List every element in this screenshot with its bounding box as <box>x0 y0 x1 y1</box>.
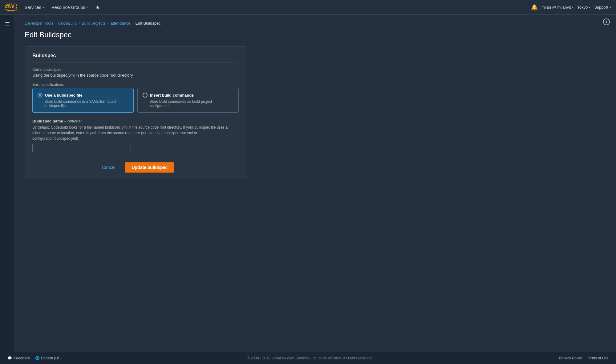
breadcrumb-current: Edit Buildspec <box>135 21 160 26</box>
user-label: milan @ milanvit <box>541 5 571 10</box>
breadcrumb-developer-tools[interactable]: Developer Tools <box>25 21 53 26</box>
services-chevron: ▾ <box>43 6 44 9</box>
current-buildspec-label: Current buildspec <box>32 67 239 72</box>
update-buildspec-button[interactable]: Update buildspec <box>125 162 174 173</box>
buildspec-name-input[interactable] <box>32 144 131 152</box>
user-chevron: ▾ <box>572 6 573 9</box>
region-label: Tokyo <box>577 5 588 10</box>
resource-groups-chevron: ▾ <box>86 6 88 9</box>
breadcrumb-codebuild[interactable]: CodeBuild <box>58 21 77 26</box>
favorites-star[interactable]: ★ <box>93 3 103 12</box>
breadcrumb-sep-4: › <box>132 21 133 26</box>
resource-groups-label: Resource Groups <box>51 5 85 10</box>
breadcrumb: Developer Tools › CodeBuild › Build proj… <box>25 21 606 26</box>
aws-logo[interactable] <box>5 3 17 12</box>
buildspec-name-section: Buildspec name – optional By default, Co… <box>32 119 239 152</box>
breadcrumb-sep-1: › <box>55 21 56 26</box>
main-layout: ☰ Developer Tools › CodeBuild › Build pr… <box>0 15 616 352</box>
language-label: English (US) <box>41 356 62 360</box>
breadcrumb-build-projects[interactable]: Build projects <box>82 21 106 26</box>
buildspec-name-optional: – optional <box>64 119 81 123</box>
form-card-title: Buildspec <box>32 53 239 62</box>
build-specifications-label: Build specifications <box>32 82 239 87</box>
breadcrumb-sep-3: › <box>107 21 109 26</box>
top-navigation: Services ▾ Resource Groups ▾ ★ 🔔 milan @… <box>0 0 616 15</box>
option-insert-commands-desc: Store build commands as build project co… <box>143 99 233 108</box>
resource-groups-nav[interactable]: Resource Groups ▾ <box>49 4 91 11</box>
form-actions: Cancel Update buildspec <box>32 160 239 173</box>
terms-of-use-link[interactable]: Terms of Use <box>587 356 609 360</box>
breadcrumb-attendance[interactable]: attendance <box>111 21 130 26</box>
services-label: Services <box>25 5 41 10</box>
page-title: Edit Buildspec <box>25 30 606 39</box>
current-buildspec-value: Using the buildspec.yml in the source co… <box>32 73 239 78</box>
option-buildspec-file-desc: Store build commands in a YAML-formatted… <box>38 99 128 108</box>
language-selector[interactable]: 🌐 English (US) <box>35 356 62 360</box>
breadcrumb-sep-2: › <box>79 21 80 26</box>
support-menu[interactable]: Support ▾ <box>594 5 611 10</box>
option-insert-commands-header: Insert build commands <box>143 93 233 98</box>
services-nav[interactable]: Services ▾ <box>22 4 47 11</box>
footer-copyright: © 2008 - 2019, Amazon Web Services, Inc.… <box>247 356 374 360</box>
feedback-button[interactable]: 💬 Feedback <box>7 356 30 360</box>
privacy-policy-link[interactable]: Privacy Policy <box>559 356 582 360</box>
feedback-chat-icon: 💬 <box>7 356 12 360</box>
radio-insert-commands[interactable] <box>143 93 148 98</box>
support-label: Support <box>594 5 608 10</box>
option-buildspec-file-title: Use a buildspec file <box>45 93 82 98</box>
footer-left: 💬 Feedback 🌐 English (US) <box>7 356 62 360</box>
support-chevron: ▾ <box>610 6 611 9</box>
main-content: Developer Tools › CodeBuild › Build proj… <box>15 15 616 352</box>
option-insert-commands-title: Insert build commands <box>150 93 194 98</box>
cancel-button[interactable]: Cancel <box>97 163 120 172</box>
sidebar: ☰ <box>0 15 15 352</box>
region-menu[interactable]: Tokyo ▾ <box>577 5 590 10</box>
footer-right: Privacy Policy Terms of Use <box>559 356 609 360</box>
buildspec-options: Use a buildspec file Store build command… <box>32 88 239 113</box>
notification-bell[interactable]: 🔔 <box>531 4 538 11</box>
option-insert-commands[interactable]: Insert build commands Store build comman… <box>137 88 239 113</box>
option-buildspec-file[interactable]: Use a buildspec file Store build command… <box>32 88 134 113</box>
nav-right-section: 🔔 milan @ milanvit ▾ Tokyo ▾ Support ▾ <box>531 4 611 11</box>
feedback-label: Feedback <box>14 356 30 360</box>
info-icon[interactable]: i <box>603 18 610 25</box>
footer: 💬 Feedback 🌐 English (US) © 2008 - 2019,… <box>0 352 616 364</box>
sidebar-toggle[interactable]: ☰ <box>2 18 12 30</box>
globe-icon: 🌐 <box>35 356 40 360</box>
buildspec-name-description: By default, CodeBuild looks for a file n… <box>32 125 239 141</box>
buildspec-form-card: Buildspec Current buildspec Using the bu… <box>25 46 246 179</box>
radio-buildspec-file[interactable] <box>38 93 43 98</box>
region-chevron: ▾ <box>589 6 590 9</box>
user-menu[interactable]: milan @ milanvit ▾ <box>541 5 574 10</box>
option-buildspec-file-header: Use a buildspec file <box>38 93 128 98</box>
buildspec-name-label: Buildspec name – optional <box>32 119 239 123</box>
